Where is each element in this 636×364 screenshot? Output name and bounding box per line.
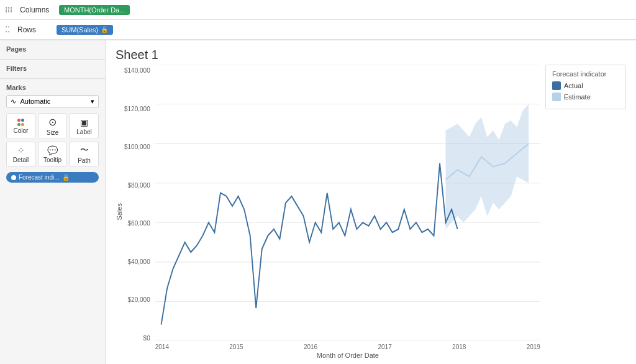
pages-section: Pages: [0, 40, 105, 59]
forecast-legend: Forecast indicator Actual Estimate: [545, 65, 626, 109]
legend-estimate-item: Estimate: [552, 93, 619, 101]
forecast-pill-text: Forecast indi...: [19, 174, 60, 181]
x-tick-2017: 2017: [378, 344, 392, 350]
color-label: Color: [14, 127, 29, 134]
y-tick-120k: $120,000: [124, 106, 150, 112]
y-tick-0: $0: [143, 335, 150, 342]
dropdown-arrow-icon: ▾: [91, 98, 94, 106]
size-button[interactable]: ⊙ Size: [38, 113, 67, 139]
chart-title: Sheet 1: [116, 48, 626, 62]
filters-title: Filters: [6, 65, 99, 72]
estimate-band: [445, 104, 529, 229]
x-axis: 2014 2015 2016 2017 2018 2019: [155, 341, 540, 350]
rows-pill-text: SUM(Sales): [61, 26, 98, 34]
tooltip-label: Tooltip: [43, 157, 61, 163]
detail-icon: ⁘: [17, 145, 25, 155]
y-axis-label: Sales: [116, 203, 123, 221]
marks-buttons-grid: Color ⊙ Size ▣ Label ⁘ Detail 💬 Tooltip: [6, 113, 99, 167]
path-icon: 〜: [80, 145, 89, 156]
marks-section: Marks ∿ Automatic ▾: [0, 79, 105, 364]
rows-pill[interactable]: SUM(Sales) 🔒: [57, 25, 113, 35]
sidebar: Pages Filters Marks ∿ Automatic ▾: [0, 40, 106, 364]
pages-title: Pages: [6, 45, 99, 53]
color-button[interactable]: Color: [6, 113, 35, 139]
label-button[interactable]: ▣ Label: [70, 113, 99, 139]
path-button[interactable]: 〜 Path: [70, 142, 99, 167]
columns-pill-text: MONTH(Order Da...: [64, 6, 125, 14]
chart-area: Sheet 1 Sales $140,000 $120,000 $100,000…: [106, 40, 636, 364]
y-tick-60k: $60,000: [128, 220, 150, 227]
y-tick-100k: $100,000: [124, 143, 150, 150]
filters-section: Filters: [0, 60, 105, 78]
y-tick-80k: $80,000: [128, 182, 150, 189]
marks-type-label: ∿ Automatic: [11, 98, 50, 106]
top-bar: ⁞⁞⁞ Columns MONTH(Order Da... ⁚⁚ Rows SU…: [0, 0, 636, 40]
size-icon: ⊙: [48, 116, 57, 128]
x-axis-label: Month of Order Date: [155, 352, 540, 359]
lock-icon: 🔒: [101, 26, 108, 33]
legend-title: Forecast indicator: [552, 70, 619, 78]
x-tick-2018: 2018: [452, 344, 466, 350]
detail-label: Detail: [13, 157, 29, 163]
rows-shelf: ⁚⁚ Rows SUM(Sales) 🔒: [0, 20, 636, 40]
chart-svg: [155, 65, 540, 341]
marks-title: Marks: [6, 84, 99, 91]
legend-estimate-label: Estimate: [564, 93, 591, 101]
marks-type-dropdown[interactable]: ∿ Automatic ▾: [6, 95, 99, 108]
path-label: Path: [78, 157, 91, 164]
legend-actual-swatch: [552, 81, 561, 90]
x-tick-2019: 2019: [527, 344, 540, 350]
forecast-dot-icon: [11, 175, 16, 180]
forecast-lock-icon: 🔒: [62, 174, 70, 181]
y-tick-40k: $40,000: [128, 258, 150, 265]
rows-label: Rows: [17, 25, 52, 34]
legend-estimate-swatch: [552, 93, 561, 101]
color-icon: [17, 119, 24, 122]
columns-pill[interactable]: MONTH(Order Da...: [59, 5, 130, 15]
y-tick-20k: $20,000: [128, 296, 150, 303]
chart-body: 2014 2015 2016 2017 2018 2019 Month of O…: [155, 65, 540, 359]
y-tick-140k: $140,000: [124, 67, 150, 74]
tooltip-button[interactable]: 💬 Tooltip: [38, 142, 67, 167]
forecast-pill[interactable]: Forecast indi... 🔒: [6, 172, 99, 183]
rows-icon: ⁚⁚: [5, 25, 10, 34]
chart-svg-area: [155, 65, 540, 341]
legend-actual-item: Actual: [552, 81, 619, 90]
main-area: Pages Filters Marks ∿ Automatic ▾: [0, 40, 636, 364]
x-tick-2014: 2014: [155, 344, 169, 350]
size-label: Size: [47, 129, 58, 136]
x-tick-2016: 2016: [304, 344, 317, 350]
columns-shelf: ⁞⁞⁞ Columns MONTH(Order Da...: [0, 0, 636, 20]
chart-inner: Sales $140,000 $120,000 $100,000 $80,000…: [116, 65, 626, 359]
columns-icon: ⁞⁞⁞: [5, 5, 12, 14]
label-icon: ▣: [80, 117, 88, 127]
y-axis: $140,000 $120,000 $100,000 $80,000 $60,0…: [124, 65, 155, 359]
label-label: Label: [76, 129, 91, 135]
x-tick-2015: 2015: [229, 344, 243, 350]
tooltip-icon: 💬: [47, 145, 58, 155]
detail-button[interactable]: ⁘ Detail: [6, 142, 35, 167]
legend-actual-label: Actual: [564, 82, 583, 89]
columns-label: Columns: [20, 6, 54, 14]
actual-line: [161, 163, 457, 325]
